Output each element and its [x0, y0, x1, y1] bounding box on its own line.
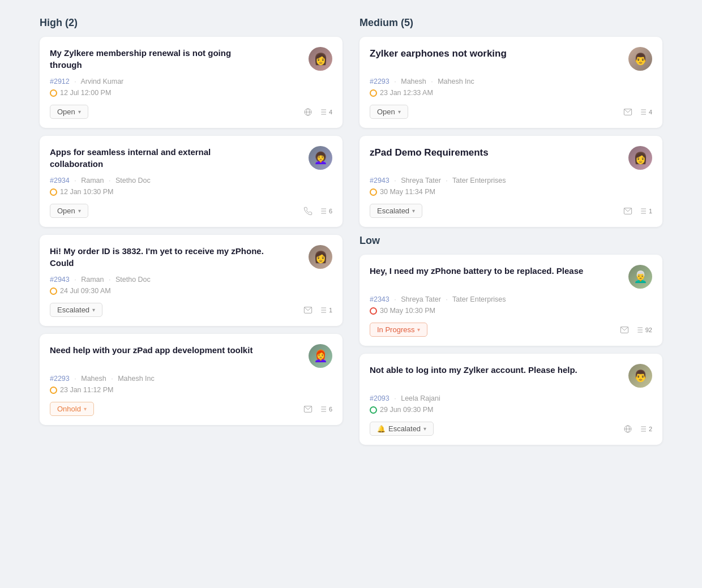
card-h3-time: 24 Jul 09:30 AM: [50, 287, 332, 295]
card-h2-agent: Raman: [81, 177, 104, 184]
card-m2-meta: #2943 · Shreya Tater · Tater Enterprises: [370, 177, 652, 184]
card-h2-footer-icons: 6: [303, 207, 332, 216]
card-m1-footer-icons: 4: [623, 108, 652, 117]
card-h1-globe-wrap: [303, 108, 313, 117]
card-h4-footer-icons: 6: [303, 405, 332, 414]
card-h3-status-arrow: ▾: [92, 307, 95, 313]
card-l1-agent: Shreya Tater: [401, 295, 441, 303]
card-h1-title: My Zylkere membership renewal is not goi…: [50, 47, 265, 71]
card-l1-meta: #2343 · Shreya Tater · Tater Enterprises: [370, 295, 652, 303]
card-h3-company: Stetho Doc: [115, 276, 151, 284]
card-l1-time-icon: [370, 307, 377, 315]
card-m2-agent: Shreya Tater: [401, 177, 441, 184]
card-l2-avatar: 👨: [628, 364, 652, 388]
card-h3-status[interactable]: Escalated ▾: [50, 303, 102, 317]
card-m2-company: Tater Enterprises: [452, 177, 506, 184]
card-l1-count: 92: [645, 327, 652, 333]
card-l1-avatar: 👨‍🦳: [628, 265, 652, 289]
card-m1-status-arrow: ▾: [398, 109, 401, 115]
card-h4-time: 23 Jan 11:12 PM: [50, 386, 332, 394]
card-h2-phone-wrap: [303, 207, 313, 216]
card-h1-status[interactable]: Open ▾: [50, 105, 88, 119]
card-m1-title: Zylker earphones not working: [370, 47, 507, 61]
list-icon: [318, 306, 327, 315]
card-h4-status-label: Onhold: [57, 405, 81, 413]
card-l1-status[interactable]: In Progress ▾: [370, 323, 427, 337]
card-h3-avatar: 👩: [309, 245, 332, 269]
card-m2-footer-icons: 1: [623, 207, 652, 216]
card-l2-title: Not able to log into my Zylker account. …: [370, 364, 577, 376]
card-m1-avatar: 👨: [628, 47, 652, 71]
card-h3: Hi! My order ID is 3832. I'm yet to rece…: [40, 235, 343, 326]
card-l2-date: 29 Jun 09:30 PM: [380, 406, 434, 414]
card-h3-ticket: #2943: [50, 276, 70, 284]
card-l2: Not able to log into my Zylker account. …: [359, 354, 662, 445]
card-h1-agent: Arvind Kumar: [81, 78, 124, 85]
card-l1-date: 30 May 10:30 PM: [380, 307, 435, 315]
card-h1-meta: #2912 · Arvind Kumar: [50, 78, 332, 85]
card-h2-company: Stetho Doc: [115, 177, 151, 184]
card-l1-company: Tater Enterprises: [452, 295, 506, 303]
card-h2-count: 6: [329, 208, 332, 214]
card-h2-ticket: #2934: [50, 177, 70, 184]
card-l2-footer-icons: 2: [623, 424, 652, 434]
card-h4-list-wrap: 6: [318, 405, 332, 414]
card-h4-agent: Mahesh: [81, 375, 106, 383]
card-h1-count: 4: [329, 109, 332, 115]
globe-icon: [623, 424, 632, 434]
phone-icon: [303, 207, 313, 216]
card-h3-meta: #2943 · Raman · Stetho Doc: [50, 276, 332, 284]
card-l2-list-wrap: 2: [638, 424, 652, 434]
card-m1: Zylker earphones not working 👨 #2293 · M…: [359, 37, 662, 128]
card-m1-company: Mahesh Inc: [438, 78, 474, 85]
card-l2-status-arrow: ▾: [423, 426, 426, 432]
card-m1-mail-wrap: [623, 108, 632, 117]
card-m1-count: 4: [649, 109, 652, 115]
card-m1-date: 23 Jan 12:33 AM: [380, 89, 433, 97]
card-h1-list-wrap: 4: [318, 108, 332, 117]
card-l1-mail-wrap: [620, 325, 629, 334]
card-h2-status-arrow: ▾: [78, 208, 81, 214]
card-m2-time-icon: [370, 188, 377, 196]
card-h3-date: 24 Jul 09:30 AM: [60, 287, 111, 295]
card-h4-mail-wrap: [303, 405, 313, 414]
card-h4-avatar: 👩‍🦰: [309, 344, 332, 368]
card-h2-avatar: 👩‍🦱: [309, 146, 332, 170]
card-l1-time: 30 May 10:30 PM: [370, 307, 652, 315]
card-m1-time-icon: [370, 89, 377, 97]
card-l1-status-label: In Progress: [377, 325, 414, 334]
card-l2-status[interactable]: 🔔 Escalated ▾: [370, 422, 434, 436]
card-l2-count: 2: [649, 426, 652, 432]
card-m2-list-wrap: 1: [638, 207, 652, 216]
card-l2-globe-wrap: [623, 424, 632, 434]
card-h4-status-arrow: ▾: [84, 406, 87, 412]
card-m2-mail-wrap: [623, 207, 632, 216]
card-h2-status[interactable]: Open ▾: [50, 204, 88, 218]
card-m2-title: zPad Demo Requirements: [370, 146, 489, 160]
card-h2-list-wrap: 6: [318, 207, 332, 216]
mail-icon: [303, 306, 313, 315]
column-medium-header: Medium (5): [359, 17, 662, 29]
card-h4-time-icon: [50, 387, 57, 394]
card-h4-status[interactable]: Onhold ▾: [50, 402, 94, 416]
card-h1-time-icon: [50, 89, 57, 97]
card-l2-agent: Leela Rajani: [401, 394, 440, 402]
card-m2-ticket: #2943: [370, 177, 389, 184]
card-m2-status[interactable]: Escalated ▾: [370, 204, 422, 218]
card-h4-meta: #2293 · Mahesh · Mahesh Inc: [50, 375, 332, 383]
card-l1-title: Hey, I need my zPhone battery to be repl…: [370, 265, 583, 277]
card-m2-time: 30 May 11:34 PM: [370, 188, 652, 196]
card-h3-time-icon: [50, 287, 57, 295]
card-m1-meta: #2293 · Mahesh · Mahesh Inc: [370, 78, 652, 85]
card-l1-footer-icons: 92: [620, 325, 652, 334]
card-l2-time-icon: [370, 406, 377, 414]
card-l2-status-icon: 🔔: [377, 425, 386, 433]
card-l2-time: 29 Jun 09:30 PM: [370, 406, 652, 414]
card-h3-count: 1: [329, 307, 332, 314]
card-l2-ticket: #2093: [370, 394, 389, 402]
card-m1-status[interactable]: Open ▾: [370, 105, 408, 119]
card-h1-time: 12 Jul 12:00 PM: [50, 89, 332, 97]
card-h2-time-icon: [50, 188, 57, 196]
card-h3-agent: Raman: [81, 276, 104, 284]
list-icon: [638, 108, 647, 117]
